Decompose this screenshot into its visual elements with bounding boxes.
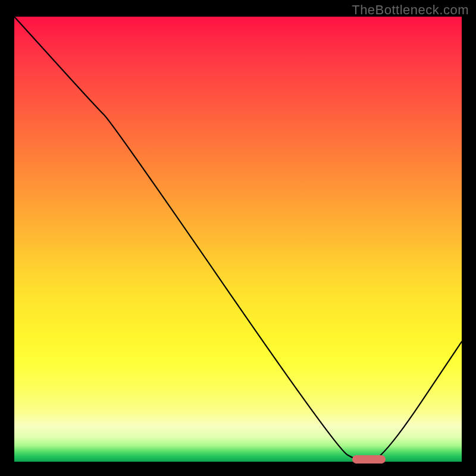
plot-area	[14, 17, 462, 462]
curve-layer	[14, 17, 462, 462]
watermark-text: TheBottleneck.com	[352, 2, 469, 18]
bottleneck-curve-path	[14, 17, 462, 462]
optimal-marker	[352, 455, 386, 464]
